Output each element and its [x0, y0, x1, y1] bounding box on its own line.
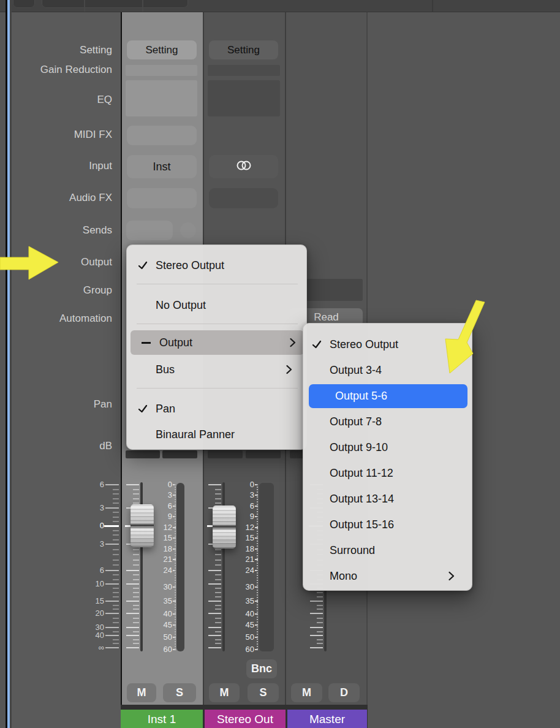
- menu-item-output-3-4[interactable]: Output 3-4: [303, 357, 472, 383]
- menu-item-output[interactable]: Output: [131, 330, 304, 355]
- setting-button[interactable]: Setting: [209, 40, 278, 59]
- menu-item-output-15-16[interactable]: Output 15-16: [303, 512, 472, 537]
- menu-item-pan[interactable]: Pan: [127, 396, 306, 421]
- gain-reduction-meter: [126, 65, 197, 76]
- menu-item-label: Output 3-4: [330, 364, 382, 377]
- menu-item-output-7-8[interactable]: Output 7-8: [303, 409, 472, 434]
- menu-item-label: Binaural Panner: [156, 428, 235, 441]
- menu-item-mono[interactable]: Mono: [303, 563, 472, 589]
- peak-value-box[interactable]: [162, 450, 197, 458]
- audio-fx-slot[interactable]: [209, 188, 278, 208]
- menu-item-surround[interactable]: Surround: [303, 537, 472, 563]
- bounce-button[interactable]: Bnc: [246, 659, 277, 678]
- eq-display[interactable]: [126, 80, 197, 116]
- stereo-format-icon: [235, 160, 253, 173]
- toolbar-separator: [84, 0, 85, 12]
- menu-item-label: Output 13-14: [330, 493, 394, 506]
- checkmark-icon: [138, 260, 148, 270]
- level-meter: [176, 483, 184, 651]
- menu-item-label: Output: [159, 336, 192, 349]
- input-slot[interactable]: [209, 155, 278, 178]
- toolbar-segmented-control[interactable]: [42, 0, 188, 8]
- menu-item-label: Output 5-6: [335, 390, 387, 403]
- mixed-state-dash-icon: [142, 342, 151, 344]
- mute-button[interactable]: M: [127, 683, 156, 702]
- mute-button[interactable]: M: [291, 683, 322, 702]
- audio-fx-slot[interactable]: [127, 188, 197, 208]
- checkmark-icon: [138, 404, 148, 414]
- eq-display[interactable]: [208, 80, 280, 116]
- menu-item-output-9-10[interactable]: Output 9-10: [303, 434, 472, 460]
- toolbar-button[interactable]: [13, 0, 35, 8]
- channel-name-master[interactable]: Master: [287, 710, 367, 728]
- chevron-right-icon: [289, 338, 296, 348]
- menu-divider: [137, 324, 298, 324]
- menu-item-label: No Output: [156, 299, 206, 312]
- volume-value-box[interactable]: [208, 450, 243, 458]
- gain-reduction-meter: [208, 65, 280, 76]
- setting-button[interactable]: Setting: [127, 40, 197, 59]
- menu-item-stereo-output[interactable]: Stereo Output: [303, 332, 472, 357]
- level-meter: [259, 483, 274, 651]
- fader-cap[interactable]: [131, 504, 154, 547]
- menu-item-stereo-output[interactable]: Stereo Output: [127, 253, 306, 278]
- toolbar-separator: [142, 0, 143, 12]
- checkmark-icon: [312, 339, 322, 349]
- menu-item-label: Pan: [156, 403, 175, 415]
- menu-divider: [137, 284, 298, 284]
- meter-tick-line: [257, 484, 258, 650]
- toolbar-strip: [0, 0, 560, 12]
- chevron-right-icon: [286, 365, 292, 375]
- menu-divider: [137, 388, 298, 389]
- send-knob[interactable]: [180, 222, 196, 238]
- menu-item-output-13-14[interactable]: Output 13-14: [303, 486, 472, 512]
- midi-fx-slot[interactable]: [127, 126, 197, 145]
- menu-item-label: Stereo Output: [156, 259, 224, 272]
- menu-item-label: Mono: [330, 570, 357, 583]
- chevron-right-icon: [448, 571, 455, 582]
- volume-value-box[interactable]: [126, 450, 160, 458]
- menu-item-no-output[interactable]: No Output: [127, 293, 306, 317]
- input-slot[interactable]: Inst: [127, 155, 197, 178]
- mute-button[interactable]: M: [209, 683, 240, 702]
- logic-mixer-window: SettingGain ReductionEQMIDI FXInputAudio…: [0, 0, 560, 728]
- menu-item-label: Output 11-12: [330, 467, 393, 480]
- menu-item-label: Bus: [156, 363, 175, 376]
- menu-item-bus[interactable]: Bus: [127, 357, 306, 382]
- menu-item-label: Output 9-10: [330, 441, 388, 454]
- menu-item-label: Output 7-8: [330, 415, 382, 428]
- menu-item-output-5-6[interactable]: Output 5-6: [309, 384, 467, 408]
- mixer-label-column: [12, 12, 121, 728]
- meter-tick-line: [175, 484, 176, 650]
- menu-item-label: Output 15-16: [330, 518, 394, 531]
- menu-item-binaural-panner[interactable]: Binaural Panner: [127, 422, 306, 447]
- solo-button[interactable]: S: [248, 683, 279, 702]
- menu-item-label: Surround: [330, 544, 375, 557]
- send-slot[interactable]: [126, 221, 173, 240]
- output-context-menu: Stereo OutputNo OutputOutputBusPanBinaur…: [126, 245, 307, 450]
- menu-item-output-11-12[interactable]: Output 11-12: [303, 460, 472, 486]
- channel-name-stereo-out[interactable]: Stereo Out: [205, 710, 286, 728]
- output-submenu: Stereo OutputOutput 3-4Output 5-6Output …: [303, 323, 472, 591]
- dim-button[interactable]: D: [328, 683, 360, 702]
- window-edge-line: [10, 0, 12, 728]
- fader-cap[interactable]: [213, 506, 236, 548]
- peak-value-box[interactable]: [246, 450, 281, 458]
- channel-name-inst1[interactable]: Inst 1: [121, 710, 203, 728]
- toolbar-separator: [432, 0, 433, 12]
- menu-item-label: Stereo Output: [330, 338, 398, 351]
- solo-button[interactable]: S: [163, 683, 196, 702]
